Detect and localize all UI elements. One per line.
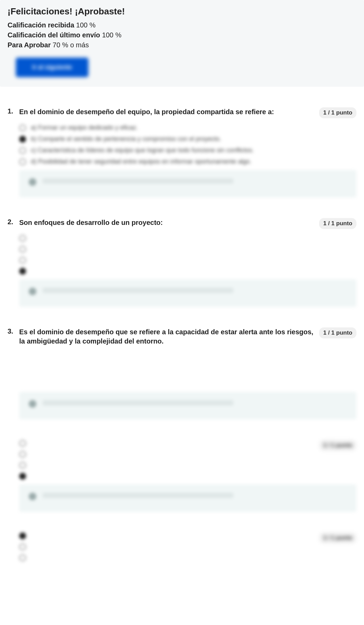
radio-icon	[19, 543, 26, 550]
radio-icon	[19, 268, 26, 275]
option[interactable]	[19, 451, 356, 458]
check-icon	[29, 288, 36, 295]
option[interactable]	[19, 532, 356, 539]
radio-icon	[19, 158, 26, 165]
radio-icon	[19, 440, 26, 447]
option[interactable]	[19, 462, 356, 469]
check-icon	[29, 493, 36, 500]
radio-icon	[19, 235, 26, 242]
question-number: 3.	[8, 327, 14, 335]
question-options	[19, 235, 356, 275]
check-icon	[29, 178, 36, 186]
check-icon	[29, 400, 36, 408]
radio-icon	[19, 147, 26, 154]
question-5: 1 / 1 punto	[8, 532, 356, 561]
radio-icon	[19, 554, 26, 561]
question-options: a) Formar un equipo dedicado y eficaz. b…	[19, 124, 356, 165]
question-score: 1 / 1 punto	[319, 107, 356, 118]
question-number: 2.	[8, 218, 14, 226]
feedback-box	[19, 170, 356, 197]
option[interactable]: a) Formar un equipo dedicado y eficaz.	[19, 124, 356, 131]
option[interactable]: c) Característica de líderes de equipo q…	[19, 147, 356, 154]
radio-icon	[19, 473, 26, 480]
grade-received: Calificación recibida 100 %	[8, 20, 356, 30]
option[interactable]: b) Comparte el sentido de pertenencia y …	[19, 135, 356, 143]
question-4: 1 / 1 punto	[8, 440, 356, 512]
option[interactable]	[19, 473, 356, 480]
result-header: ¡Felicitaciones! ¡Aprobaste! Calificació…	[0, 0, 364, 87]
radio-icon	[19, 462, 26, 469]
question-score: 1 / 1 punto	[319, 327, 356, 338]
question-text: Son enfoques de desarrollo de un proyect…	[19, 218, 356, 227]
grade-to-pass: Para Aprobar 70 % o más	[8, 40, 356, 50]
radio-icon	[19, 124, 26, 131]
questions-list: 1. En el dominio de desempeño del equipo…	[0, 87, 364, 596]
radio-icon	[19, 532, 26, 539]
next-button[interactable]: Ir al siguiente	[16, 58, 88, 77]
feedback-text	[43, 400, 233, 406]
radio-icon	[19, 257, 26, 264]
option[interactable]	[19, 246, 356, 253]
question-text: En el dominio de desempeño del equipo, l…	[19, 107, 356, 117]
feedback-text	[43, 288, 233, 293]
feedback-box	[19, 392, 356, 419]
feedback-box	[19, 279, 356, 307]
feedback-text	[43, 493, 233, 498]
radio-icon	[19, 451, 26, 458]
radio-icon	[19, 136, 26, 143]
question-1: 1. En el dominio de desempeño del equipo…	[8, 107, 356, 197]
option[interactable]: d) Posibilidad de tener seguridad entre …	[19, 158, 356, 165]
question-3: 3. Es el dominio de desempeño que se ref…	[8, 327, 356, 419]
question-options	[19, 440, 356, 480]
option[interactable]	[19, 268, 356, 275]
question-score: 1 / 1 punto	[319, 218, 356, 229]
option[interactable]	[19, 543, 356, 550]
question-text: Es el dominio de desempeño que se refier…	[19, 327, 356, 346]
option[interactable]	[19, 440, 356, 447]
option[interactable]	[19, 235, 356, 242]
question-options	[19, 532, 356, 561]
result-title: ¡Felicitaciones! ¡Aprobaste!	[8, 6, 356, 17]
question-number: 1.	[8, 107, 14, 115]
question-2: 2. Son enfoques de desarrollo de un proy…	[8, 218, 356, 307]
feedback-box	[19, 484, 356, 512]
radio-icon	[19, 246, 26, 253]
option[interactable]	[19, 554, 356, 561]
grade-last-submission: Calificación del último envío 100 %	[8, 30, 356, 40]
feedback-text	[43, 178, 233, 184]
option[interactable]	[19, 257, 356, 264]
